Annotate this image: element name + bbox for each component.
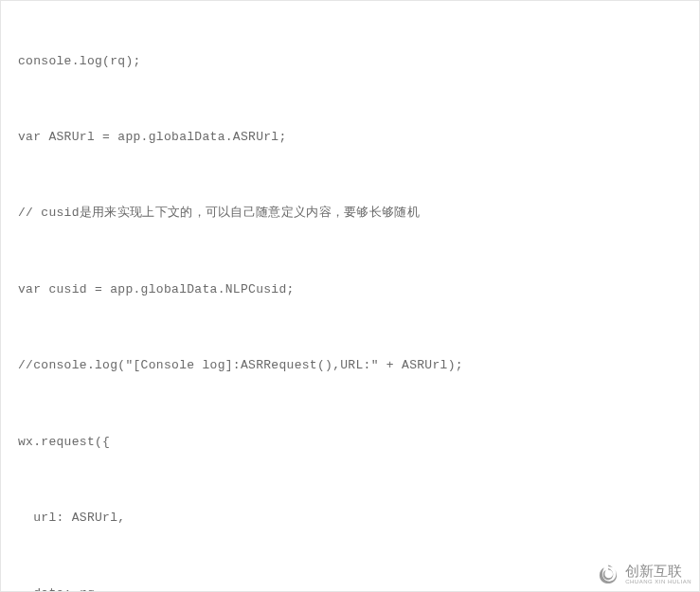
- code-line: // cusid是用来实现上下文的，可以自己随意定义内容，要够长够随机: [18, 204, 682, 224]
- code-line: wx.request({: [18, 433, 682, 453]
- logo-icon: [597, 563, 619, 585]
- watermark: 创新互联 CHUANG XIN HULIAN: [597, 563, 691, 585]
- code-line: url: ASRUrl,: [18, 509, 682, 529]
- code-line: data: rq,: [18, 584, 682, 592]
- watermark-sub: CHUANG XIN HULIAN: [625, 579, 691, 584]
- code-block: console.log(rq); var ASRUrl = app.global…: [1, 1, 699, 592]
- code-line: var ASRUrl = app.globalData.ASRUrl;: [18, 128, 682, 148]
- code-line: console.log(rq);: [18, 52, 682, 72]
- watermark-main: 创新互联: [625, 564, 691, 580]
- code-line: //console.log("[Console log]:ASRRequest(…: [18, 356, 682, 376]
- code-line: var cusid = app.globalData.NLPCusid;: [18, 280, 682, 300]
- watermark-text: 创新互联 CHUANG XIN HULIAN: [625, 564, 691, 585]
